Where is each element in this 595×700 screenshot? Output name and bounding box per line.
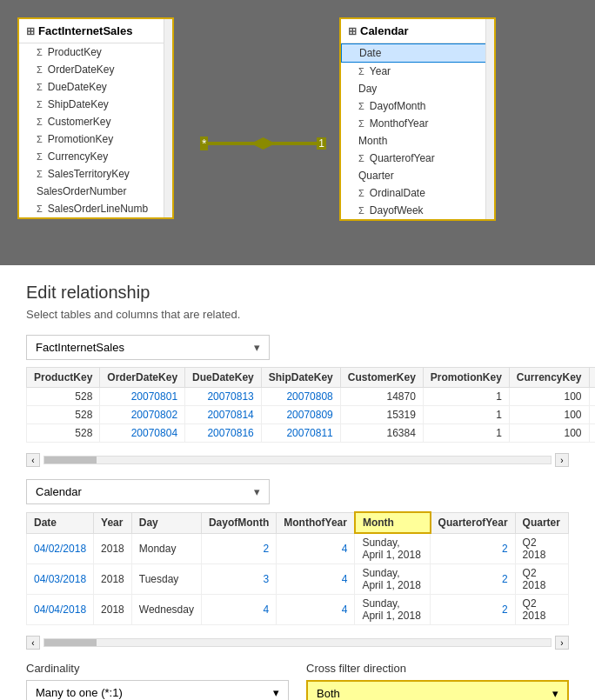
cell: 1 <box>423 406 509 424</box>
bottom-options: Cardinality Many to one (*:1) ▾ Cross fi… <box>26 662 569 700</box>
page-subtitle: Select tables and columns that are relat… <box>26 308 569 321</box>
col-header: Date <box>27 512 94 533</box>
list-item: Month <box>341 132 494 150</box>
table1-title: FactInternetSales <box>38 24 132 37</box>
list-item: Day <box>341 80 494 97</box>
col-header: Year <box>94 512 132 533</box>
table2-dropdown[interactable]: Calendar ▾ <box>26 479 270 504</box>
cell: Sunday, April 1, 2018 <box>355 595 431 625</box>
cell: 528 <box>27 424 100 443</box>
scroll-right-button-2[interactable]: › <box>555 636 569 650</box>
col-header: QuarterofYear <box>431 512 516 533</box>
list-item: ΣSalesOrderLineNumb <box>19 200 172 217</box>
relationship-connector: * 1 <box>200 135 326 152</box>
cell <box>589 388 595 406</box>
cross-filter-value: Both <box>317 687 340 700</box>
list-item: ΣProductKey <box>19 43 172 61</box>
cell: 4 <box>277 595 355 625</box>
cardinality-label: Cardinality <box>26 662 289 675</box>
cell: 2018 <box>94 533 132 564</box>
cell: 15319 <box>340 406 423 424</box>
col-header: S <box>589 368 595 388</box>
cell: Q2 2018 <box>515 595 568 625</box>
cell: 4 <box>277 533 355 564</box>
list-item: ΣOrderDateKey <box>19 61 172 78</box>
table-row: 04/03/2018 2018 Tuesday 3 4 Sunday, Apri… <box>27 564 569 595</box>
cell: 14870 <box>340 388 423 406</box>
col-header: DayofMonth <box>201 512 276 533</box>
list-item: ΣShipDateKey <box>19 96 172 113</box>
table-header-row: ProductKey OrderDateKey DueDateKey ShipD… <box>27 368 596 388</box>
connector-diamond <box>251 137 276 150</box>
cell: Sunday, April 1, 2018 <box>355 564 431 595</box>
cell: 4 <box>201 595 276 625</box>
cell: 2 <box>431 564 516 595</box>
cell <box>589 424 595 443</box>
col-header: CustomerKey <box>340 368 423 388</box>
table2-dropdown-row: Calendar ▾ <box>26 479 569 504</box>
cell: 2 <box>431 595 516 625</box>
table-header-row: Date Year Day DayofMonth MonthofYear Mon… <box>27 512 569 533</box>
table2-dropdown-value: Calendar <box>36 485 82 498</box>
cross-filter-dropdown[interactable]: Both ▾ <box>306 680 569 700</box>
cell: 20070801 <box>100 388 185 406</box>
list-item: ΣMonthofYear <box>341 115 494 132</box>
scroll-track-1[interactable] <box>43 456 552 464</box>
scroll-thumb-2[interactable] <box>44 639 97 646</box>
connector-star: * <box>200 137 208 150</box>
table1-icon: ⊞ <box>26 25 35 37</box>
cell: 20070804 <box>100 424 185 443</box>
page-title: Edit relationship <box>26 283 569 303</box>
scroll-left-button[interactable]: ‹ <box>26 453 40 467</box>
cell: 20070802 <box>100 406 185 424</box>
cell: 20070809 <box>261 406 340 424</box>
connector-one: 1 <box>317 137 326 150</box>
table1-dropdown-value: FactInternetSales <box>36 341 124 354</box>
list-item: ΣDueDateKey <box>19 78 172 96</box>
cross-filter-label: Cross filter direction <box>306 662 569 675</box>
cell: 20070816 <box>185 424 262 443</box>
col-header: MonthofYear <box>277 512 355 533</box>
cell: Q2 2018 <box>515 533 568 564</box>
col-header: ShipDateKey <box>261 368 340 388</box>
scrollbar2[interactable] <box>485 19 494 219</box>
cell: Sunday, April 1, 2018 <box>355 533 431 564</box>
cell: 1 <box>423 424 509 443</box>
table1-dropdown[interactable]: FactInternetSales ▾ <box>26 335 270 360</box>
cell: 2 <box>431 533 516 564</box>
col-header: PromotionKey <box>423 368 509 388</box>
cell: Monday <box>131 533 201 564</box>
calendar-table: ⊞ Calendar Date ΣYear Day ΣDayofMonth ΣM… <box>339 17 496 221</box>
cell: 20070814 <box>185 406 262 424</box>
cross-filter-section: Cross filter direction Both ▾ <box>306 662 569 700</box>
list-item: ΣPromotionKey <box>19 130 172 148</box>
chevron-down-icon: ▾ <box>552 687 558 700</box>
table1-dropdown-row: FactInternetSales ▾ <box>26 335 569 360</box>
table-row: 04/02/2018 2018 Monday 2 4 Sunday, April… <box>27 533 569 564</box>
list-item: ΣSalesTerritoryKey <box>19 165 172 183</box>
scroll-left-button-2[interactable]: ‹ <box>26 636 40 650</box>
col-header: DueDateKey <box>185 368 262 388</box>
cell: 16384 <box>340 424 423 443</box>
list-item: ΣCustomerKey <box>19 113 172 130</box>
cell: Wednesday <box>131 595 201 625</box>
cardinality-dropdown[interactable]: Many to one (*:1) ▾ <box>26 680 289 700</box>
cell: Q2 2018 <box>515 564 568 595</box>
cell: 2018 <box>94 564 132 595</box>
cell: 528 <box>27 406 100 424</box>
table1-data-table: ProductKey OrderDateKey DueDateKey ShipD… <box>26 367 595 443</box>
scroll-row-1: ‹ › <box>26 453 569 467</box>
table-row: 04/04/2018 2018 Wednesday 4 4 Sunday, Ap… <box>27 595 569 625</box>
list-item: Date <box>341 43 494 63</box>
scroll-track-2[interactable] <box>43 638 552 647</box>
cell: 528 <box>27 388 100 406</box>
chevron-down-icon: ▾ <box>273 686 279 699</box>
connector-line: * 1 <box>200 142 326 145</box>
scrollbar[interactable] <box>164 19 172 217</box>
cell: 4 <box>277 564 355 595</box>
list-item: ΣYear <box>341 63 494 80</box>
scroll-right-button[interactable]: › <box>555 453 569 467</box>
cell: 100 <box>509 424 589 443</box>
chevron-down-icon: ▾ <box>254 341 260 354</box>
scroll-thumb-1[interactable] <box>44 457 97 463</box>
